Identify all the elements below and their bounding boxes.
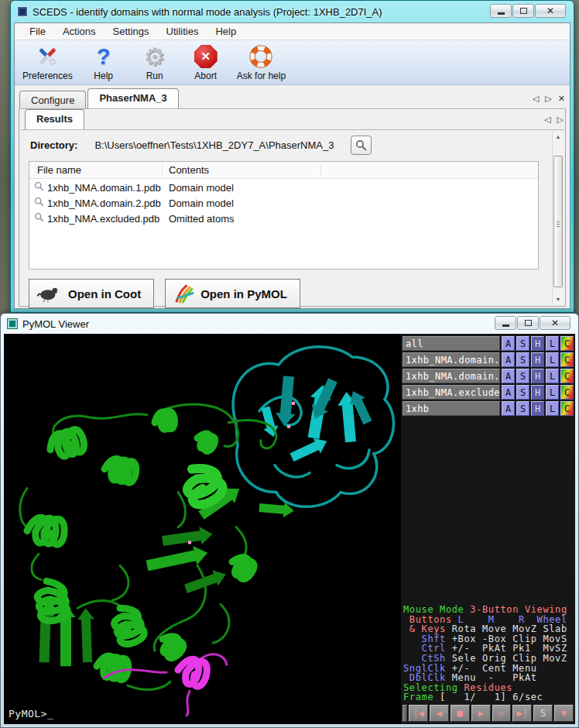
sceds-titlebar[interactable]: SCEDS - identify domains with normal mod… [11, 1, 574, 22]
object-l-menu-button[interactable]: L [546, 352, 559, 367]
menu-dropdown-button[interactable]: ▼ [554, 705, 574, 722]
object-h-menu-button[interactable]: H [531, 352, 544, 367]
column-header-file-name[interactable]: File name [29, 164, 163, 176]
lifebuoy-icon [248, 43, 273, 70]
object-a-menu-button[interactable]: A [502, 336, 515, 351]
selection-marker [287, 425, 290, 428]
tab-results[interactable]: Results [25, 109, 84, 129]
menu-item-actions[interactable]: Actions [54, 24, 104, 39]
table-row[interactable]: 1xhb_NMA.excluded.pdbOmitted atoms [29, 211, 538, 225]
file-name-text: 1xhb_NMA.domain.2.pdb [47, 197, 161, 209]
forward-button[interactable]: ▷ [492, 705, 512, 722]
play-button[interactable]: ▶ [471, 705, 491, 722]
open-in-pymol-label: Open in PyMOL [200, 287, 287, 300]
object-name-button[interactable]: all [403, 336, 500, 351]
object-l-menu-button[interactable]: L [546, 336, 559, 351]
close-button[interactable]: ✕ [535, 4, 566, 18]
tab-scroll-right-icon[interactable]: ▷ [545, 94, 551, 104]
toolbar-button-ask-for-help[interactable]: Ask for help [237, 43, 286, 81]
scene-button[interactable]: S [533, 705, 553, 722]
object-row: 1xhbASHLC [403, 401, 574, 416]
object-c-menu-button[interactable]: C [560, 401, 574, 416]
end-button[interactable]: ▶| [512, 705, 532, 722]
toolbar-button-run[interactable]: ⚙Run [135, 43, 175, 81]
pymol-maximize-button[interactable] [517, 316, 539, 330]
pymol-window-title: PyMOL Viewer [22, 318, 89, 330]
object-s-menu-button[interactable]: S [516, 401, 529, 416]
object-h-menu-button[interactable]: H [531, 385, 544, 400]
selection-marker [292, 402, 295, 405]
pymol-viewport[interactable] [4, 334, 401, 724]
stop-button[interactable]: ■ [451, 705, 470, 722]
pymol-client-area: PyMOL>_ allASHLC1xhb_NMA.domain.ASHLC1xh… [4, 334, 575, 724]
table-row[interactable]: 1xhb_NMA.domain.2.pdbDomain model [29, 196, 538, 210]
subtab-scroll-left-icon[interactable]: ◁ [544, 115, 550, 125]
step-back-button[interactable]: ◀ [430, 705, 449, 722]
object-s-menu-button[interactable]: S [516, 385, 529, 400]
magnifier-icon[interactable] [34, 212, 44, 225]
toolbar-button-preferences[interactable]: Preferences [22, 43, 73, 81]
object-l-menu-button[interactable]: L [546, 369, 559, 383]
table-row[interactable]: 1xhb_NMA.domain.1.pdbDomain model [29, 180, 538, 194]
rewind-button[interactable]: |◀ [409, 705, 428, 722]
tab-close-icon[interactable]: ✕ [558, 94, 565, 104]
object-l-menu-button[interactable]: L [546, 385, 559, 400]
transport-grip[interactable] [403, 705, 407, 722]
file-table: File name Contents 1xhb_NMA.domain.1.pdb… [29, 161, 539, 270]
object-name-button[interactable]: 1xhb_NMA.domain. [403, 352, 500, 367]
object-l-menu-button[interactable]: L [546, 401, 559, 416]
subtab-scroll-right-icon[interactable]: ▷ [557, 115, 564, 125]
object-name-button[interactable]: 1xhb [403, 401, 500, 416]
open-in-coot-button[interactable]: Open in Coot [29, 279, 154, 308]
maximize-button[interactable] [512, 4, 534, 18]
file-name-cell: 1xhb_NMA.domain.2.pdb [29, 197, 163, 209]
pymol-command-prompt[interactable]: PyMOL>_ [9, 708, 53, 719]
open-in-pymol-button[interactable]: Open in PyMOL [165, 279, 300, 308]
scrollbar-thumb[interactable] [553, 156, 563, 287]
object-s-menu-button[interactable]: S [516, 352, 529, 367]
object-a-menu-button[interactable]: A [502, 352, 515, 367]
vertical-scrollbar[interactable]: ▲ ▼ [552, 131, 564, 304]
menu-item-utilities[interactable]: Utilities [158, 24, 207, 39]
column-header-contents[interactable]: Contents [163, 164, 321, 176]
object-a-menu-button[interactable]: A [502, 401, 515, 416]
scroll-down-arrow[interactable]: ▼ [553, 294, 564, 304]
object-a-menu-button[interactable]: A [502, 385, 515, 400]
magnifier-icon [355, 139, 367, 151]
pymol-close-button[interactable]: ✕ [540, 316, 570, 330]
object-h-menu-button[interactable]: H [531, 401, 544, 416]
toolbar-button-help[interactable]: ?Help [84, 43, 124, 81]
object-c-menu-button[interactable]: C [560, 385, 574, 400]
menu-item-file[interactable]: File [21, 24, 54, 39]
menu-item-settings[interactable]: Settings [104, 24, 158, 39]
minimize-button[interactable] [490, 4, 512, 18]
toolbar-button-abort[interactable]: ✕Abort [186, 43, 226, 81]
toolbar-label: Help [94, 70, 113, 81]
object-c-menu-button[interactable]: C [560, 336, 574, 351]
preferences-tools-icon [34, 43, 60, 70]
object-s-menu-button[interactable]: S [516, 336, 529, 351]
sceds-window-body: FileActionsSettingsUtilitiesHelp Prefere… [14, 22, 570, 309]
magnifier-icon[interactable] [34, 181, 44, 194]
scroll-up-arrow[interactable]: ▲ [553, 131, 564, 142]
object-c-menu-button[interactable]: C [560, 352, 574, 367]
object-c-menu-button[interactable]: C [560, 369, 574, 383]
object-s-menu-button[interactable]: S [516, 369, 529, 383]
object-row: 1xhb_NMA.domain.ASHLC [403, 369, 574, 383]
browse-directory-button[interactable] [351, 136, 372, 155]
green-domain-ribbon [20, 404, 295, 689]
object-h-menu-button[interactable]: H [531, 336, 544, 351]
tab-configure[interactable]: Configure [19, 91, 86, 108]
file-name-text: 1xhb_NMA.domain.1.pdb [47, 182, 161, 194]
pymol-minimize-button[interactable] [495, 316, 516, 330]
tab-phasernma_3[interactable]: PhaserNMA_3 [87, 88, 178, 108]
object-name-button[interactable]: 1xhb_NMA.domain. [403, 369, 500, 383]
object-name-button[interactable]: 1xhb_NMA.exclude [403, 385, 500, 400]
tab-scroll-left-icon[interactable]: ◁ [533, 94, 539, 104]
object-h-menu-button[interactable]: H [531, 369, 544, 383]
magnifier-icon[interactable] [34, 197, 44, 209]
sceds-window-title: SCEDS - identify domains with normal mod… [33, 6, 382, 18]
menu-item-help[interactable]: Help [207, 24, 245, 39]
pymol-titlebar[interactable]: PyMOL Viewer ✕ [1, 314, 578, 334]
object-a-menu-button[interactable]: A [502, 369, 515, 383]
